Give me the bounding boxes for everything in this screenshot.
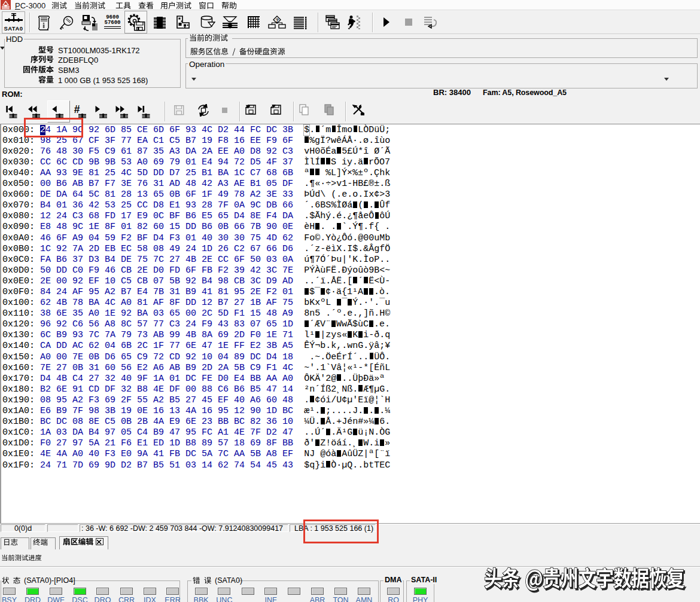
- svg-text:#: #: [74, 103, 80, 115]
